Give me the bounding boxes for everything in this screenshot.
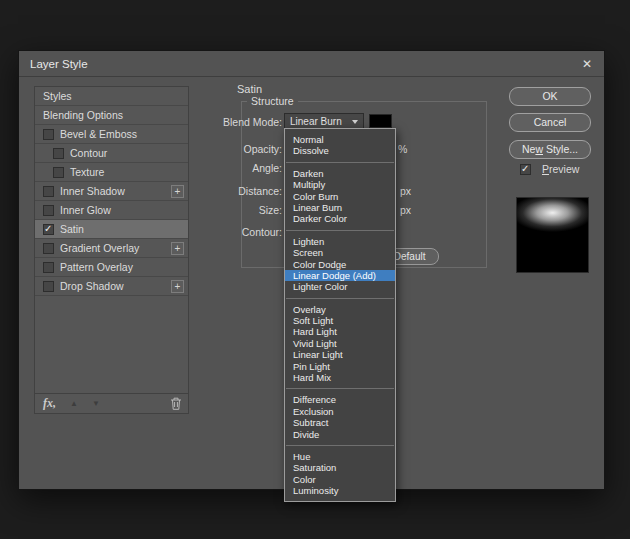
add-instance-button[interactable]: + — [171, 185, 184, 198]
menu-item[interactable]: Saturation — [285, 462, 395, 473]
checkbox[interactable] — [43, 129, 54, 140]
menu-item[interactable]: Lighter Color — [285, 281, 395, 292]
menu-item[interactable]: Normal — [285, 134, 395, 145]
menu-item-selected[interactable]: Linear Dodge (Add) — [285, 270, 395, 281]
preview-label: Preview — [542, 163, 579, 175]
menu-item[interactable]: Dissolve — [285, 145, 395, 156]
satin-preview-thumbnail — [516, 197, 589, 273]
dialog-title: Layer Style — [30, 58, 88, 70]
menu-item[interactable]: Divide — [285, 429, 395, 440]
panel-title: Satin — [237, 83, 262, 95]
satin-color-swatch[interactable] — [369, 114, 392, 128]
sidebar-item-styles[interactable]: Styles — [35, 87, 188, 106]
dialog-titlebar[interactable]: Layer Style ✕ — [19, 51, 604, 77]
structure-label: Structure — [247, 95, 298, 107]
checkbox[interactable] — [43, 262, 54, 273]
sidebar-item-inner-glow[interactable]: Inner Glow — [35, 201, 188, 220]
menu-item[interactable]: Darker Color — [285, 213, 395, 224]
checkbox[interactable] — [53, 167, 64, 178]
menu-item[interactable]: Screen — [285, 247, 395, 258]
fx-icon[interactable]: fx, — [43, 396, 56, 411]
blend-mode-value: Linear Burn — [290, 116, 342, 127]
sidebar-item-blending-options[interactable]: Blending Options — [35, 106, 188, 125]
sidebar-item-label: Blending Options — [43, 109, 123, 121]
sidebar-item-label: Pattern Overlay — [60, 261, 133, 273]
opacity-unit: % — [398, 143, 407, 155]
menu-item[interactable]: Vivid Light — [285, 338, 395, 349]
styles-list-footer: fx, ▲ ▼ — [34, 394, 189, 414]
menu-item[interactable]: Color — [285, 474, 395, 485]
menu-item[interactable]: Pin Light — [285, 361, 395, 372]
sidebar-item-label: Satin — [60, 223, 84, 235]
contour-label: Contour: — [187, 226, 282, 238]
checkbox-checked[interactable] — [43, 224, 54, 235]
styles-list: Styles Blending Options Bevel & Emboss C… — [34, 86, 189, 394]
sidebar-item-label: Bevel & Emboss — [60, 128, 137, 140]
sidebar-item-label: Contour — [70, 147, 107, 159]
menu-separator — [286, 445, 394, 446]
menu-item[interactable]: Overlay — [285, 304, 395, 315]
add-instance-button[interactable]: + — [171, 280, 184, 293]
layer-style-dialog: Layer Style ✕ Styles Blending Options Be… — [18, 50, 605, 490]
move-up-icon[interactable]: ▲ — [70, 399, 78, 408]
sidebar-item-label: Gradient Overlay — [60, 242, 139, 254]
menu-item[interactable]: Hard Light — [285, 326, 395, 337]
blend-mode-menu: Normal Dissolve Darken Multiply Color Bu… — [284, 128, 396, 502]
sidebar-item-gradient-overlay[interactable]: Gradient Overlay + — [35, 239, 188, 258]
menu-separator — [286, 230, 394, 231]
size-unit: px — [400, 204, 411, 216]
menu-separator — [286, 388, 394, 389]
preview-checkbox-checked[interactable] — [520, 164, 531, 175]
new-style-button[interactable]: New Style... — [509, 140, 591, 159]
menu-item[interactable]: Linear Burn — [285, 202, 395, 213]
menu-item[interactable]: Linear Light — [285, 349, 395, 360]
blend-mode-label: Blend Mode: — [187, 116, 282, 128]
angle-label: Angle: — [187, 162, 282, 174]
menu-separator — [286, 162, 394, 163]
menu-item[interactable]: Darken — [285, 168, 395, 179]
menu-item[interactable]: Luminosity — [285, 485, 395, 496]
menu-item[interactable]: Hue — [285, 451, 395, 462]
preview-toggle[interactable]: Preview — [520, 163, 579, 175]
distance-label: Distance: — [187, 185, 282, 197]
sidebar-item-label: Inner Glow — [60, 204, 111, 216]
new-style-label: Style... — [543, 143, 578, 155]
checkbox[interactable] — [43, 243, 54, 254]
menu-item[interactable]: Multiply — [285, 179, 395, 190]
checkbox[interactable] — [43, 205, 54, 216]
new-style-label: Ne — [522, 143, 535, 155]
menu-item[interactable]: Lighten — [285, 236, 395, 247]
preview-mnemonic: P — [542, 163, 549, 175]
move-down-icon[interactable]: ▼ — [92, 399, 100, 408]
sidebar-item-contour[interactable]: Contour — [35, 144, 188, 163]
size-label: Size: — [187, 204, 282, 216]
menu-item[interactable]: Exclusion — [285, 406, 395, 417]
sidebar-item-satin[interactable]: Satin — [35, 220, 188, 239]
menu-item[interactable]: Hard Mix — [285, 372, 395, 383]
checkbox[interactable] — [43, 281, 54, 292]
menu-item[interactable]: Soft Light — [285, 315, 395, 326]
sidebar-item-inner-shadow[interactable]: Inner Shadow + — [35, 182, 188, 201]
menu-item[interactable]: Difference — [285, 394, 395, 405]
ok-button[interactable]: OK — [509, 87, 591, 106]
new-style-mnemonic: w — [535, 143, 543, 155]
opacity-label: Opacity: — [187, 143, 282, 155]
sidebar-item-texture[interactable]: Texture — [35, 163, 188, 182]
checkbox[interactable] — [43, 186, 54, 197]
sidebar-item-pattern-overlay[interactable]: Pattern Overlay — [35, 258, 188, 277]
cancel-button[interactable]: Cancel — [509, 113, 591, 132]
distance-unit: px — [400, 185, 411, 197]
sidebar-item-bevel-emboss[interactable]: Bevel & Emboss — [35, 125, 188, 144]
menu-item[interactable]: Subtract — [285, 417, 395, 428]
close-icon[interactable]: ✕ — [579, 57, 595, 72]
menu-item[interactable]: Color Burn — [285, 191, 395, 202]
chevron-down-icon — [352, 120, 358, 124]
menu-item[interactable]: Color Dodge — [285, 259, 395, 270]
menu-separator — [286, 298, 394, 299]
desktop-background: Layer Style ✕ Styles Blending Options Be… — [0, 0, 630, 539]
trash-icon[interactable] — [170, 397, 182, 410]
checkbox[interactable] — [53, 148, 64, 159]
sidebar-item-drop-shadow[interactable]: Drop Shadow + — [35, 277, 188, 296]
add-instance-button[interactable]: + — [171, 242, 184, 255]
sidebar-item-label: Drop Shadow — [60, 280, 124, 292]
